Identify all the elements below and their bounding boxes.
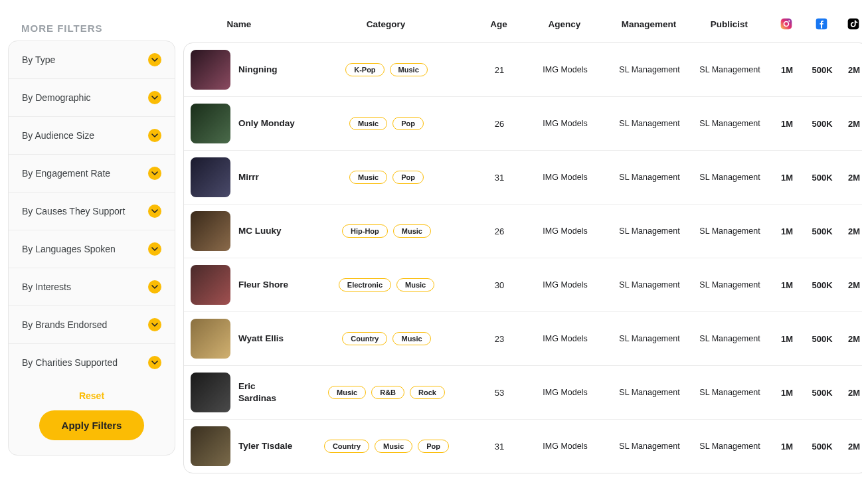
- category-tag[interactable]: Music: [392, 332, 430, 345]
- cell-tiktok: 2M: [840, 442, 862, 452]
- filter-actions: Reset Apply Filters: [9, 381, 175, 455]
- table-row[interactable]: Tyler TisdaleCountryMusicPop31IMG Models…: [184, 420, 862, 473]
- cell-agency: IMG Models: [521, 119, 609, 128]
- cell-age: 30: [477, 280, 521, 290]
- table-row[interactable]: MC LuukyHip-HopMusic26IMG ModelsSL Manag…: [184, 205, 862, 258]
- table-row[interactable]: Fleur ShoreElectronicMusic30IMG ModelsSL…: [184, 258, 862, 312]
- avatar: [191, 211, 230, 251]
- filter-row[interactable]: By Causes They Support: [9, 193, 175, 230]
- cell-management: SL Management: [609, 334, 690, 343]
- table-body: NingningK-PopMusic21IMG ModelsSL Managem…: [183, 42, 862, 473]
- category-tag[interactable]: Electronic: [339, 278, 391, 292]
- cell-instagram: 1M: [770, 442, 804, 452]
- category-tag[interactable]: Music: [349, 117, 387, 130]
- cell-age: 26: [477, 226, 521, 236]
- cell-category: Hip-HopMusic: [296, 224, 477, 238]
- cell-agency: IMG Models: [521, 334, 609, 343]
- cell-age: 31: [477, 442, 521, 452]
- cell-agency: IMG Models: [521, 226, 609, 236]
- chevron-down-icon: [148, 242, 161, 256]
- avatar: [191, 319, 230, 359]
- cell-publicist: SL Management: [690, 65, 770, 74]
- avatar: [191, 265, 230, 305]
- cell-management: SL Management: [609, 173, 690, 182]
- cell-facebook: 500K: [804, 65, 840, 75]
- category-tag[interactable]: Music: [390, 63, 428, 76]
- reset-button[interactable]: Reset: [22, 390, 161, 401]
- cell-category: MusicPop: [296, 117, 477, 130]
- filter-row[interactable]: By Languages Spoken: [9, 230, 175, 268]
- cell-agency: IMG Models: [521, 388, 609, 397]
- cell-facebook: 500K: [804, 119, 840, 129]
- cell-age: 21: [477, 65, 521, 75]
- category-tag[interactable]: Country: [324, 440, 369, 453]
- cell-tiktok: 2M: [840, 119, 862, 129]
- filter-row[interactable]: By Demographic: [9, 79, 175, 117]
- svg-point-2: [788, 20, 790, 21]
- tiktok-icon: [847, 17, 860, 31]
- cell-publicist: SL Management: [690, 442, 770, 451]
- filters-sidebar: MORE FILTERS By TypeBy DemographicBy Aud…: [8, 13, 175, 473]
- category-tag[interactable]: Music: [396, 278, 434, 292]
- person-name: Wyatt Ellis: [238, 333, 284, 345]
- svg-rect-4: [848, 19, 859, 30]
- col-facebook: [804, 17, 839, 31]
- cell-category: ElectronicMusic: [296, 278, 477, 292]
- sidebar-title: MORE FILTERS: [8, 13, 175, 41]
- cell-age: 53: [477, 388, 521, 398]
- instagram-icon: [780, 17, 793, 31]
- table-row[interactable]: Eric SardinasMusicR&BRock53IMG ModelsSL …: [184, 366, 862, 420]
- category-tag[interactable]: Pop: [392, 171, 424, 184]
- avatar: [191, 426, 230, 466]
- category-tag[interactable]: Pop: [418, 440, 449, 453]
- cell-facebook: 500K: [804, 334, 840, 344]
- table-row[interactable]: MirrrMusicPop31IMG ModelsSL ManagementSL…: [184, 151, 862, 205]
- col-instagram: [769, 17, 804, 31]
- cell-management: SL Management: [609, 442, 690, 451]
- cell-instagram: 1M: [770, 280, 804, 290]
- category-tag[interactable]: Music: [375, 440, 412, 453]
- category-tag[interactable]: Country: [342, 332, 387, 345]
- cell-management: SL Management: [609, 280, 690, 290]
- category-tag[interactable]: Rock: [410, 386, 445, 399]
- cell-name: MC Luuky: [184, 211, 296, 251]
- cell-agency: IMG Models: [521, 65, 609, 74]
- cell-publicist: SL Management: [690, 226, 770, 236]
- cell-facebook: 500K: [804, 442, 840, 452]
- category-tag[interactable]: Pop: [392, 117, 424, 130]
- filter-label: By Type: [22, 54, 55, 65]
- category-tag[interactable]: Music: [349, 171, 387, 184]
- filter-row[interactable]: By Type: [9, 41, 175, 79]
- col-name: Name: [183, 19, 295, 29]
- filter-row[interactable]: By Charities Supported: [9, 344, 175, 381]
- cell-category: MusicR&BRock: [296, 386, 477, 399]
- category-tag[interactable]: Hip-Hop: [342, 224, 388, 238]
- table-row[interactable]: Wyatt EllisCountryMusic23IMG ModelsSL Ma…: [184, 312, 862, 366]
- category-tag[interactable]: K-Pop: [345, 63, 384, 76]
- apply-filters-button[interactable]: Apply Filters: [39, 410, 145, 440]
- filter-row[interactable]: By Audience Size: [9, 117, 175, 155]
- col-category: Category: [295, 19, 477, 29]
- table-row[interactable]: NingningK-PopMusic21IMG ModelsSL Managem…: [184, 43, 862, 97]
- svg-rect-0: [781, 19, 792, 30]
- cell-instagram: 1M: [770, 388, 804, 398]
- category-tag[interactable]: Music: [328, 386, 366, 399]
- table-row[interactable]: Only MondayMusicPop26IMG ModelsSL Manage…: [184, 97, 862, 151]
- cell-agency: IMG Models: [521, 442, 609, 451]
- cell-publicist: SL Management: [690, 119, 770, 128]
- table-header: Name Category Age Agency Management Publ…: [183, 13, 862, 42]
- cell-category: K-PopMusic: [296, 63, 477, 76]
- filter-row[interactable]: By Brands Endorsed: [9, 306, 175, 344]
- category-tag[interactable]: Music: [393, 224, 431, 238]
- avatar: [191, 50, 230, 90]
- filters-card: By TypeBy DemographicBy Audience SizeBy …: [8, 41, 175, 456]
- cell-agency: IMG Models: [521, 280, 609, 290]
- col-age: Age: [477, 19, 521, 29]
- category-tag[interactable]: R&B: [371, 386, 404, 399]
- filter-label: By Audience Size: [22, 130, 94, 141]
- cell-instagram: 1M: [770, 226, 804, 236]
- filter-row[interactable]: By Engagement Rate: [9, 155, 175, 193]
- avatar: [191, 157, 230, 197]
- cell-facebook: 500K: [804, 226, 840, 236]
- filter-row[interactable]: By Interests: [9, 268, 175, 306]
